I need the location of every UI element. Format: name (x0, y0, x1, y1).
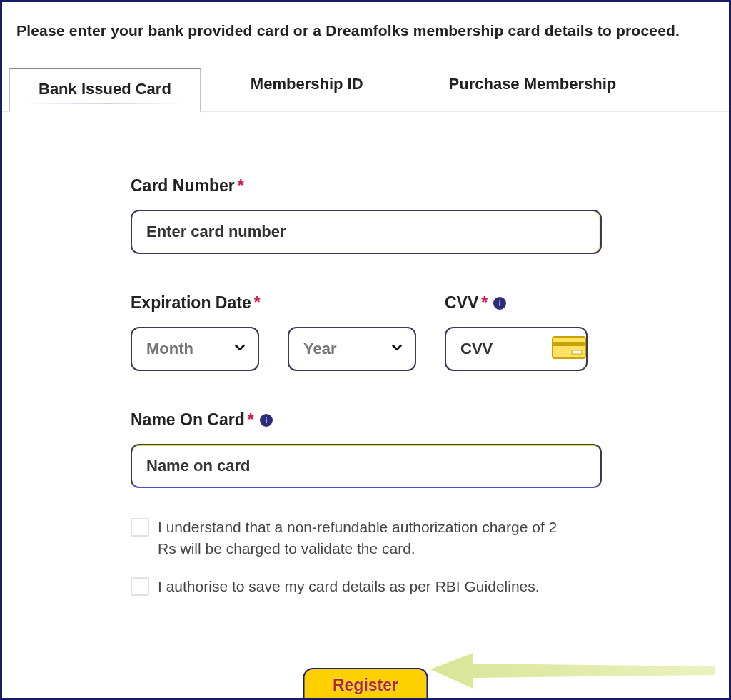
label-text: CVV (445, 293, 478, 313)
tab-membership-id[interactable]: Membership ID (222, 68, 392, 111)
expiry-year-select[interactable] (288, 327, 416, 371)
required-mark: * (481, 293, 488, 313)
required-mark: * (248, 410, 254, 430)
expiration-label: Expiration Date * (131, 293, 416, 313)
info-icon[interactable]: i (260, 414, 273, 427)
label-text: Expiration Date (131, 293, 251, 313)
card-back-icon (552, 336, 586, 362)
label-text: Name On Card (131, 410, 245, 430)
name-on-card-label: Name On Card * i (131, 410, 616, 430)
register-button[interactable]: Register (303, 668, 428, 700)
tab-purchase-membership[interactable]: Purchase Membership (420, 68, 645, 111)
card-number-label: Card Number * (131, 176, 616, 196)
required-mark: * (254, 293, 261, 313)
cvv-label: CVV * i (445, 293, 595, 313)
auth-charge-text: I understand that a non-refundable autho… (158, 517, 579, 560)
tab-bank-card[interactable]: Bank Issued Card (9, 68, 201, 113)
save-card-checkbox[interactable] (131, 577, 149, 596)
card-number-input[interactable] (131, 210, 602, 254)
card-form: Card Number * Expiration Date * (2, 112, 616, 597)
auth-charge-checkbox[interactable] (131, 518, 149, 537)
instruction-text: Please enter your bank provided card or … (2, 2, 729, 46)
expiry-month-select[interactable] (131, 327, 259, 371)
info-icon[interactable]: i (493, 297, 506, 310)
svg-rect-2 (572, 350, 582, 354)
tab-bar: Bank Issued Card Membership ID Purchase … (2, 68, 729, 112)
annotation-arrow-icon (430, 649, 716, 692)
svg-rect-1 (553, 342, 585, 346)
svg-rect-0 (553, 337, 585, 358)
svg-marker-3 (430, 653, 715, 689)
required-mark: * (238, 176, 244, 196)
name-on-card-input[interactable] (131, 444, 602, 488)
label-text: Card Number (131, 176, 235, 196)
save-card-text: I authorise to save my card details as p… (158, 576, 540, 597)
